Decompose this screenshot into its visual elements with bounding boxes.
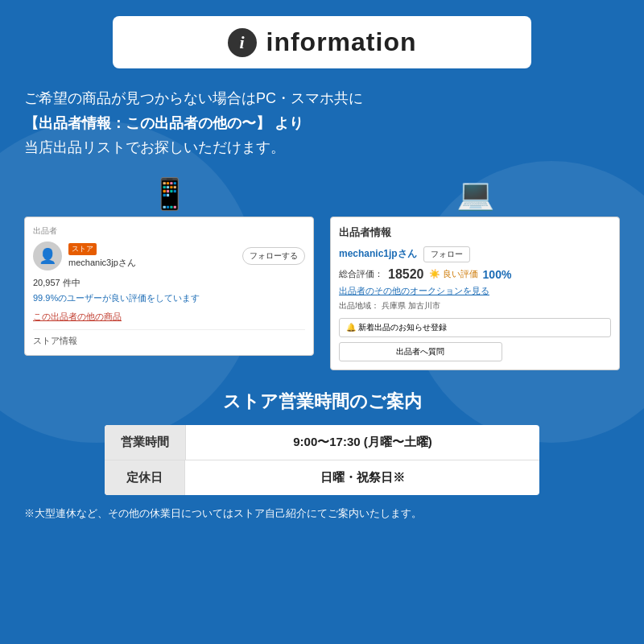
- info-icon: [228, 28, 257, 57]
- hours-note: ※大型連休など、その他の休業日についてはストア自己紹介にてご案内いたします。: [24, 506, 620, 521]
- store-badge-sm: ストア: [68, 243, 97, 255]
- good-rating-label: ☀️ 良い評価: [429, 268, 478, 280]
- smartphone-icon: 📱: [151, 176, 188, 212]
- desc-line3: 当店出品リストでお探しいただけます。: [24, 139, 285, 155]
- mobile-screenshot-wrapper: 📱 出品者 👤 ストア mechanic3jpさん フォローする 20,957 …: [24, 176, 314, 356]
- mobile-screenshot: 出品者 👤 ストア mechanic3jpさん フォローする 20,957 件中…: [24, 217, 314, 356]
- seller-name-sm: mechanic3jpさん: [68, 257, 136, 269]
- location-value: 兵庫県 加古川市: [382, 301, 440, 310]
- pc-screenshot-wrapper: 💻 出品者情報 mechanic1jpさん フォロー 総合評価： 18520 ☀…: [330, 176, 620, 370]
- hours-row-1: 営業時間 9:00〜17:30 (月曜〜土曜): [105, 425, 539, 460]
- description-block: ご希望の商品が見つからない場合はPC・スマホ共に 【出品者情報：この出品者の他の…: [24, 86, 620, 160]
- rating-number: 18520: [388, 267, 424, 282]
- seller-info-sm: ストア mechanic3jpさん: [68, 243, 136, 269]
- pc-seller-header: 出品者情報: [339, 225, 611, 240]
- screenshots-row: 📱 出品者 👤 ストア mechanic3jpさん フォローする 20,957 …: [24, 176, 620, 370]
- info-title: information: [266, 27, 417, 57]
- desc-line1: ご希望の商品が見つからない場合はPC・スマホ共に: [24, 90, 363, 106]
- location-row: 出品地域： 兵庫県 加古川市: [339, 300, 611, 312]
- hours-label-2: 定休日: [105, 460, 185, 495]
- question-button[interactable]: 出品者へ質問: [339, 342, 502, 361]
- follow-button-sm[interactable]: フォローする: [242, 247, 305, 265]
- desc-line2: 【出品者情報：この出品者の他の〜】 より: [24, 115, 303, 131]
- hours-section: ストア営業時間のご案内 営業時間 9:00〜17:30 (月曜〜土曜) 定休日 …: [24, 390, 620, 521]
- pc-seller-name: mechanic1jpさん: [339, 247, 417, 261]
- hours-title: ストア営業時間のご案内: [24, 390, 620, 414]
- pc-seller-row: mechanic1jpさん フォロー: [339, 246, 611, 262]
- hours-value-2: 日曜・祝祭日※: [185, 460, 539, 495]
- auction-link[interactable]: 出品者のその他のオークションを見る: [339, 285, 611, 297]
- hours-row-2: 定休日 日曜・祝祭日※: [105, 460, 539, 495]
- info-header-box: information: [113, 16, 531, 68]
- pc-screenshot: 出品者情報 mechanic1jpさん フォロー 総合評価： 18520 ☀️ …: [330, 217, 620, 370]
- stats-count-sm: 20,957 件中: [33, 277, 305, 289]
- location-label: 出品地域：: [339, 301, 379, 310]
- seller-label-sm: 出品者: [33, 225, 305, 237]
- follow-button-pc[interactable]: フォロー: [423, 246, 470, 262]
- computer-icon: 💻: [456, 176, 494, 212]
- notify-button[interactable]: 🔔 新着出品のお知らせ登録: [339, 318, 611, 337]
- hours-label-1: 営業時間: [105, 425, 186, 460]
- hours-value-1: 9:00〜17:30 (月曜〜土曜): [186, 425, 539, 460]
- avatar-sm: 👤: [33, 242, 62, 270]
- stats-rating-sm: 99.9%のユーザーが良い評価をしています: [33, 292, 305, 304]
- hours-table: 営業時間 9:00〜17:30 (月曜〜土曜) 定休日 日曜・祝祭日※: [105, 425, 539, 495]
- rating-row: 総合評価： 18520 ☀️ 良い評価 100%: [339, 267, 611, 282]
- seller-row-sm: 👤 ストア mechanic3jpさん フォローする: [33, 242, 305, 270]
- seller-other-items-link[interactable]: この出品者の他の商品: [33, 311, 305, 323]
- store-info-sm: ストア情報: [33, 329, 305, 347]
- good-rating-pct: 100%: [483, 268, 512, 281]
- rating-label: 総合評価：: [339, 268, 383, 280]
